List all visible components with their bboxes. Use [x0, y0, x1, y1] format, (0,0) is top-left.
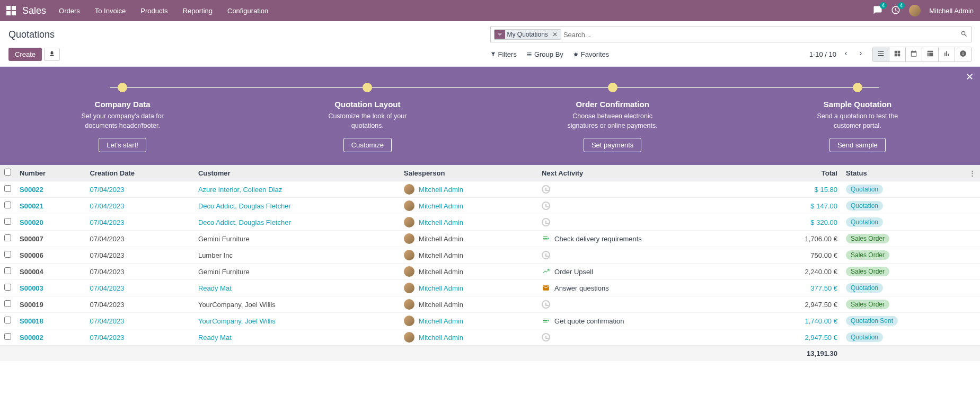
facet-remove-icon[interactable]: ✕: [551, 31, 561, 38]
table-row[interactable]: S00002 07/04/2023 Ready Mat Mitchell Adm…: [0, 329, 980, 346]
table-row[interactable]: S00018 07/04/2023 YourCompany, Joel Will…: [0, 313, 980, 329]
row-number[interactable]: S00003: [20, 284, 43, 292]
header-number[interactable]: Number: [15, 165, 85, 181]
row-activity[interactable]: [542, 333, 754, 342]
header-customer[interactable]: Customer: [194, 165, 400, 181]
row-salesperson[interactable]: Mitchell Admin: [419, 186, 463, 194]
row-total[interactable]: $ 15.80: [815, 186, 837, 194]
header-salesperson[interactable]: Salesperson: [400, 165, 537, 181]
onboarding-step-button[interactable]: Send sample: [829, 138, 886, 152]
row-activity[interactable]: Get quote confirmation: [542, 317, 754, 325]
menu-products[interactable]: Products: [140, 7, 167, 15]
messaging-icon[interactable]: 4: [873, 5, 882, 16]
app-brand[interactable]: Sales: [22, 5, 46, 16]
user-avatar[interactable]: [909, 5, 921, 16]
row-activity[interactable]: [542, 185, 754, 194]
row-activity[interactable]: Answer questions: [542, 284, 754, 292]
select-all-checkbox[interactable]: [4, 169, 11, 176]
row-total[interactable]: 1,740.00 €: [805, 317, 837, 325]
apps-icon[interactable]: [6, 6, 16, 15]
row-checkbox[interactable]: [4, 317, 11, 323]
view-activity-icon[interactable]: [955, 47, 971, 62]
row-customer[interactable]: YourCompany, Joel Willis: [198, 317, 276, 325]
header-options-icon[interactable]: ⋮: [965, 165, 980, 181]
row-activity[interactable]: [542, 300, 754, 309]
close-icon[interactable]: ✕: [966, 71, 974, 83]
row-date[interactable]: 07/04/2023: [90, 202, 124, 210]
pager-text[interactable]: 1-10 / 10: [809, 50, 836, 58]
filters-button[interactable]: Filters: [490, 50, 517, 58]
table-row[interactable]: S00020 07/04/2023 Deco Addict, Douglas F…: [0, 214, 980, 231]
row-number[interactable]: S00022: [20, 186, 43, 194]
row-activity[interactable]: Order Upsell: [542, 268, 754, 276]
onboarding-step-button[interactable]: Customize: [343, 138, 392, 152]
row-activity[interactable]: [542, 218, 754, 226]
menu-reporting[interactable]: Reporting: [183, 7, 213, 15]
row-checkbox[interactable]: [4, 333, 11, 340]
row-checkbox[interactable]: [4, 251, 11, 258]
pager-next-icon[interactable]: [855, 48, 866, 60]
menu-configuration[interactable]: Configuration: [227, 7, 268, 15]
table-row[interactable]: S00003 07/04/2023 Ready Mat Mitchell Adm…: [0, 280, 980, 296]
table-row[interactable]: S00004 07/04/2023 Gemini Furniture Mitch…: [0, 264, 980, 280]
groupby-button[interactable]: Group By: [526, 50, 563, 58]
row-checkbox[interactable]: [4, 284, 11, 291]
row-salesperson[interactable]: Mitchell Admin: [419, 202, 463, 210]
table-row[interactable]: S00007 07/04/2023 Gemini Furniture Mitch…: [0, 231, 980, 247]
row-customer[interactable]: Deco Addict, Douglas Fletcher: [198, 202, 291, 210]
onboarding-step-button[interactable]: Let's start!: [99, 138, 146, 152]
view-graph-icon[interactable]: [939, 47, 955, 62]
row-date[interactable]: 07/04/2023: [90, 334, 124, 342]
activity-clock-icon[interactable]: [542, 333, 550, 342]
pager-prev-icon[interactable]: [841, 48, 851, 60]
row-activity[interactable]: [542, 202, 754, 210]
row-checkbox[interactable]: [4, 185, 11, 192]
row-checkbox[interactable]: [4, 218, 11, 225]
favorites-button[interactable]: Favorites: [573, 50, 609, 58]
row-checkbox[interactable]: [4, 234, 11, 241]
view-calendar-icon[interactable]: [906, 47, 922, 62]
row-number[interactable]: S00020: [20, 218, 43, 226]
row-date[interactable]: 07/04/2023: [90, 186, 124, 194]
row-number[interactable]: S00018: [20, 317, 43, 325]
table-row[interactable]: S00019 07/04/2023 YourCompany, Joel Will…: [0, 296, 980, 313]
row-total[interactable]: 2,947.50 €: [805, 334, 837, 342]
view-kanban-icon[interactable]: [889, 47, 906, 62]
view-list-icon[interactable]: [873, 47, 889, 62]
activity-clock-icon[interactable]: [542, 218, 550, 226]
row-activity[interactable]: [542, 251, 754, 259]
row-date[interactable]: 07/04/2023: [90, 218, 124, 226]
download-button[interactable]: [44, 48, 60, 61]
row-customer[interactable]: Azure Interior, Colleen Diaz: [198, 186, 282, 194]
activity-clock-icon[interactable]: [542, 300, 550, 309]
row-date[interactable]: 07/04/2023: [90, 284, 124, 292]
row-customer[interactable]: Deco Addict, Douglas Fletcher: [198, 218, 291, 226]
table-row[interactable]: S00022 07/04/2023 Azure Interior, Collee…: [0, 181, 980, 198]
row-number[interactable]: S00021: [20, 202, 43, 210]
activities-icon[interactable]: 4: [891, 5, 900, 16]
row-total[interactable]: $ 320.00: [810, 218, 837, 226]
row-salesperson[interactable]: Mitchell Admin: [419, 317, 463, 325]
header-total[interactable]: Total: [758, 165, 842, 181]
user-name[interactable]: Mitchell Admin: [929, 7, 974, 15]
view-pivot-icon[interactable]: [922, 47, 939, 62]
row-checkbox[interactable]: [4, 300, 11, 307]
search-input[interactable]: [561, 29, 960, 41]
row-customer[interactable]: Ready Mat: [198, 334, 232, 342]
header-status[interactable]: Status: [842, 165, 965, 181]
activity-clock-icon[interactable]: [542, 251, 550, 259]
header-creation[interactable]: Creation Date: [85, 165, 193, 181]
activity-clock-icon[interactable]: [542, 185, 550, 194]
menu-orders[interactable]: Orders: [59, 7, 80, 15]
row-salesperson[interactable]: Mitchell Admin: [419, 218, 463, 226]
row-checkbox[interactable]: [4, 202, 11, 208]
row-salesperson[interactable]: Mitchell Admin: [419, 284, 463, 292]
create-button[interactable]: Create: [8, 48, 42, 61]
row-total[interactable]: $ 147.00: [810, 202, 837, 210]
search-icon[interactable]: [960, 30, 968, 39]
row-total[interactable]: 377.50 €: [810, 284, 837, 292]
row-date[interactable]: 07/04/2023: [90, 317, 124, 325]
row-activity[interactable]: Check delivery requirements: [542, 235, 754, 243]
table-row[interactable]: S00021 07/04/2023 Deco Addict, Douglas F…: [0, 198, 980, 214]
row-number[interactable]: S00002: [20, 334, 43, 342]
